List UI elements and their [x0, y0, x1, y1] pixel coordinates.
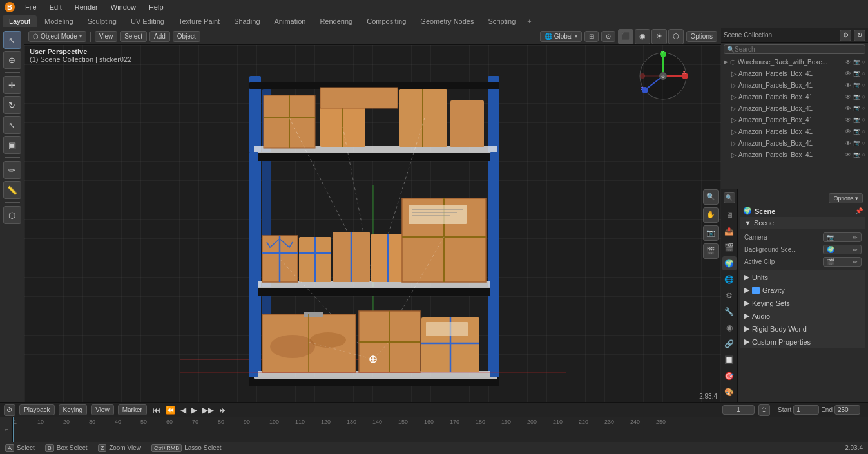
- annotate-tool-btn[interactable]: ✏: [3, 161, 21, 179]
- wireframe-shading-btn[interactable]: ⬡: [668, 29, 684, 44]
- camera-icon-2[interactable]: 📷: [853, 70, 860, 77]
- timeline-track[interactable]: 1 10 20 30 40 50 60 70 80 90 100 110 120…: [13, 417, 868, 442]
- audio-header[interactable]: ▶ Audio: [740, 310, 865, 322]
- end-frame-input[interactable]: [834, 405, 860, 415]
- render-icon-2[interactable]: ○: [862, 70, 865, 77]
- menu-window[interactable]: Window: [108, 2, 139, 12]
- render-shading-btn[interactable]: ☀: [651, 29, 667, 44]
- object-menu-btn[interactable]: Object: [173, 31, 200, 42]
- camera-prop-value[interactable]: 📷 ✏: [823, 232, 862, 242]
- timeline-timer-icon[interactable]: ⏱: [758, 404, 770, 416]
- object-mode-dropdown[interactable]: ⬡ Object Mode ▾: [28, 31, 86, 42]
- move-tool-btn[interactable]: ✛: [3, 76, 21, 94]
- current-frame-input[interactable]: [722, 405, 755, 415]
- outliner-item-box-7[interactable]: ▷ Amazon_Parcels_Box_41 👁 📷 ○: [721, 137, 868, 149]
- visibility-icon-3[interactable]: 👁: [845, 82, 851, 89]
- particles-props-icon[interactable]: ◉: [722, 321, 737, 335]
- custom-props-header[interactable]: ▶ Custom Properties: [740, 336, 865, 348]
- camera-icon-8[interactable]: 📷: [853, 140, 860, 146]
- tab-scripting[interactable]: Scripting: [481, 15, 522, 27]
- scene-props-icon[interactable]: 🌍: [722, 256, 737, 270]
- bg-scene-edit-icon[interactable]: ✏: [853, 247, 858, 253]
- tab-modeling[interactable]: Modeling: [38, 15, 80, 27]
- props-search-btn[interactable]: 🔍: [724, 192, 735, 203]
- options-btn[interactable]: Options: [686, 31, 717, 42]
- tab-uv-editing[interactable]: UV Editing: [124, 15, 171, 27]
- add-menu-btn[interactable]: Add: [149, 31, 170, 42]
- camera-icon-4[interactable]: 📷: [853, 93, 860, 100]
- tab-layout[interactable]: Layout: [3, 15, 37, 27]
- marker-menu-btn[interactable]: Marker: [118, 404, 147, 415]
- scale-tool-btn[interactable]: ⤡: [3, 116, 21, 134]
- add-primitive-btn[interactable]: ⬡: [3, 206, 21, 224]
- bg-scene-value[interactable]: 🌍 ✏: [823, 245, 862, 254]
- outliner-search-input[interactable]: [735, 46, 862, 53]
- active-clip-value[interactable]: 🎬 ✏: [823, 257, 862, 267]
- world-props-icon[interactable]: 🌐: [722, 272, 737, 287]
- data-props-icon[interactable]: 🎯: [722, 369, 737, 383]
- visibility-icon-4[interactable]: 👁: [845, 93, 851, 100]
- outliner-item-box-5[interactable]: ▷ Amazon_Parcels_Box_41 👁 📷 ○: [721, 114, 868, 126]
- camera-visible-icon[interactable]: 📷: [853, 59, 860, 65]
- render-icon-8[interactable]: ○: [862, 140, 865, 146]
- snap-btn[interactable]: ⊞: [584, 31, 599, 42]
- gravity-header[interactable]: ▶ Gravity: [740, 284, 865, 296]
- rigid-body-header[interactable]: ▶ Rigid Body World: [740, 323, 865, 335]
- view-menu-btn[interactable]: View: [95, 31, 118, 42]
- render-icon-3[interactable]: ○: [862, 82, 865, 88]
- material-shading-btn[interactable]: ◉: [635, 29, 650, 44]
- physics-props-icon[interactable]: 🔗: [722, 337, 737, 351]
- outliner-item-box-1[interactable]: ▷ Amazon_Parcels_Box_41 👁 📷 ○: [721, 68, 868, 79]
- timeline-body[interactable]: 1 1 10 20 30 40 50 60 70 80 90 100 110 1…: [0, 417, 868, 442]
- outliner-search-bar[interactable]: 🔍: [724, 44, 865, 54]
- keying-menu-btn[interactable]: Keying: [59, 404, 88, 415]
- scene-pin-icon[interactable]: 📌: [855, 207, 863, 214]
- add-workspace-tab[interactable]: +: [523, 16, 535, 26]
- select-tool-btn[interactable]: ↖: [3, 31, 21, 49]
- tab-rendering[interactable]: Rendering: [313, 15, 359, 27]
- tab-geometry-nodes[interactable]: Geometry Nodes: [414, 15, 480, 27]
- outliner-item-box-2[interactable]: ▷ Amazon_Parcels_Box_41 👁 📷 ○: [721, 79, 868, 91]
- tab-sculpting[interactable]: Sculpting: [81, 15, 123, 27]
- camera-icon-9[interactable]: 📷: [853, 151, 860, 158]
- menu-file[interactable]: File: [22, 2, 40, 12]
- material-props-icon[interactable]: 🎨: [722, 385, 737, 399]
- camera-icon-5[interactable]: 📷: [853, 105, 860, 111]
- render-icon-5[interactable]: ○: [862, 105, 865, 111]
- start-frame-input[interactable]: [793, 405, 819, 415]
- view-menu-timeline-btn[interactable]: View: [91, 404, 114, 415]
- keying-sets-header[interactable]: ▶ Keying Sets: [740, 297, 865, 309]
- transform-tool-btn[interactable]: ▣: [3, 136, 21, 154]
- constraints-props-icon[interactable]: 🔲: [722, 353, 737, 367]
- jump-end-btn[interactable]: ⏭: [217, 405, 229, 415]
- tab-compositing[interactable]: Compositing: [360, 15, 412, 27]
- scene-section-header[interactable]: 🌍 Scene 📌: [740, 205, 865, 217]
- transform-orientation-dropdown[interactable]: 🌐 Global ▾: [540, 31, 582, 42]
- rotate-tool-btn[interactable]: ↻: [3, 96, 21, 114]
- outliner-item-box-6[interactable]: ▷ Amazon_Parcels_Box_41 👁 📷 ○: [721, 126, 868, 137]
- render-view-btn[interactable]: 🎬: [703, 243, 719, 259]
- visibility-icon-9[interactable]: 👁: [845, 151, 851, 158]
- units-header[interactable]: ▶ Units: [740, 271, 865, 283]
- view-layer-props-icon[interactable]: 🎬: [722, 240, 737, 254]
- play-btn[interactable]: ▶: [189, 405, 199, 415]
- active-clip-edit-icon[interactable]: ✏: [853, 259, 858, 265]
- render-icon-7[interactable]: ○: [862, 128, 865, 135]
- playback-menu-btn[interactable]: Playback: [19, 404, 55, 415]
- solid-shading-btn[interactable]: ⬛: [618, 29, 633, 44]
- menu-edit[interactable]: Edit: [46, 2, 65, 12]
- gravity-checkbox[interactable]: [752, 287, 760, 294]
- step-back-btn[interactable]: ⏪: [164, 405, 177, 415]
- zoom-in-btn[interactable]: 🔍: [703, 189, 719, 205]
- proportional-edit-btn[interactable]: ⊙: [601, 31, 615, 42]
- modifier-props-icon[interactable]: 🔧: [722, 305, 737, 319]
- camera-icon-3[interactable]: 📷: [853, 82, 860, 88]
- timeline-editor-type-btn[interactable]: ⏱: [4, 404, 15, 416]
- camera-edit-icon[interactable]: ✏: [853, 234, 858, 241]
- menu-help[interactable]: Help: [146, 2, 167, 12]
- render-icon-4[interactable]: ○: [862, 93, 865, 100]
- camera-icon-7[interactable]: 📷: [853, 128, 860, 135]
- outliner-filter-btn[interactable]: ⚙: [840, 30, 851, 41]
- pan-view-btn[interactable]: ✋: [703, 207, 719, 223]
- object-props-icon[interactable]: ⚙: [722, 288, 737, 303]
